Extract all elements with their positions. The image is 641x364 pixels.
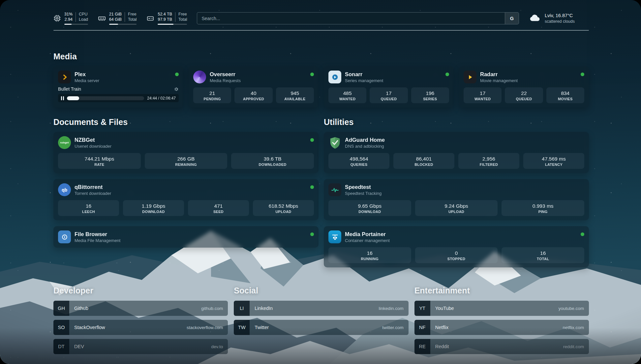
stat-label: PENDING: [195, 97, 230, 101]
disk-metric: 52.4 TB 97.9 TB Free Total: [146, 12, 187, 25]
ram-free-value: 21 GiB: [109, 12, 122, 17]
stat-label: QUEUED: [506, 97, 541, 101]
stat-label: LATENCY: [525, 163, 583, 167]
dashboard-screen: 31% 2.94 CPU Load: [0, 0, 641, 364]
weather-widget: Lviv, 16.87°C scattered clouds: [529, 13, 589, 24]
adguard-icon: [328, 136, 341, 149]
app-name: Speedtest: [345, 184, 584, 191]
stat-value: 17: [465, 90, 500, 96]
overseerr-card[interactable]: Overseerr Media Requests 21 PENDING 40 A…: [189, 66, 319, 107]
speedtest-card[interactable]: Speedtest Speedtest Tracking 9.65 Gbps D…: [324, 179, 589, 220]
radarr-card[interactable]: Radarr Movie management 17 WANTED 22 QUE…: [459, 66, 589, 107]
stat-value: 16: [59, 203, 118, 209]
stat-label: BLOCKED: [395, 163, 453, 167]
sonarr-card[interactable]: Sonarr Series management 485 WANTED 17 Q…: [324, 66, 454, 107]
section-title-social: Social: [234, 286, 408, 295]
app-desc: DNS and adblocking: [345, 143, 584, 149]
plex-icon: [58, 71, 71, 83]
bookmark-name: Reddit: [435, 339, 449, 354]
bookmark-name: Netflix: [435, 320, 448, 335]
stat-value: 266 GB: [146, 156, 226, 162]
bookmark-url: youtube.com: [559, 301, 584, 316]
entertainment-bookmarks: Entertainment YT YouTube youtube.com NF …: [414, 286, 589, 358]
stat-box: 17 QUEUED: [370, 87, 408, 103]
ram-icon: [98, 15, 106, 22]
stat-box: 0 STOPPED: [415, 247, 498, 263]
status-online-dot: [310, 73, 314, 76]
bookmark-youtube[interactable]: YT YouTube youtube.com: [414, 301, 589, 316]
stat-box: 266 GB REMAINING: [145, 153, 228, 169]
bookmark-dev[interactable]: DT DEV dev.to: [53, 339, 228, 354]
stat-label: UPLOAD: [254, 210, 313, 214]
stat-value: 485: [330, 90, 365, 96]
adguard-card[interactable]: AdGuard Home DNS and adblocking 498,564 …: [324, 132, 589, 173]
stat-value: 17: [371, 90, 406, 96]
weather-location: Lviv, 16.87°C: [545, 13, 575, 19]
stat-box: 744.21 Mbps RATE: [58, 153, 141, 169]
metric-divider: [175, 12, 175, 22]
bookmark-stackoverflow[interactable]: SO StackOverflow stackoverflow.com: [53, 320, 228, 335]
cpu-progress-bar: [64, 24, 88, 25]
plex-card[interactable]: Plex Media server Bullet Train 24:44 / 0…: [53, 66, 183, 107]
nzbget-card[interactable]: nzbget NZBGet Usenet downloader 744.21 M…: [53, 132, 319, 173]
stat-label: SERIES: [412, 97, 448, 101]
system-metrics: 31% 2.94 CPU Load: [53, 12, 187, 25]
bookmark-tag: RE: [414, 339, 430, 354]
stat-box: 0.993 ms PING: [502, 200, 584, 216]
status-online-dot: [310, 138, 314, 142]
status-online-dot: [310, 185, 314, 189]
app-name: Plex: [75, 71, 171, 78]
bookmark-linkedin[interactable]: LI LinkedIn linkedin.com: [234, 301, 408, 316]
metric-divider: [76, 12, 76, 22]
bookmark-netflix[interactable]: NF Netflix netflix.com: [414, 320, 589, 335]
stat-value: 0: [416, 250, 497, 256]
status-online-dot: [581, 232, 584, 236]
stat-label: DOWNLOADED: [232, 163, 313, 167]
app-name: Radarr: [480, 71, 577, 78]
stat-box: 1.19 Gbps DOWNLOAD: [123, 200, 184, 216]
section-title-entertainment: Entertainment: [414, 286, 589, 295]
stat-value: 22: [506, 90, 541, 96]
gear-icon[interactable]: [174, 87, 179, 92]
qbittorrent-icon: qb: [58, 183, 71, 196]
status-online-dot: [310, 232, 314, 236]
app-desc: Series management: [345, 78, 442, 83]
pause-icon[interactable]: [61, 96, 64, 100]
app-desc: Media Requests: [210, 78, 307, 83]
stat-box: 47.569 ms LATENCY: [523, 153, 584, 169]
bookmark-name: DEV: [74, 339, 84, 354]
app-desc: Media File Management: [75, 238, 307, 243]
search-engine-button[interactable]: G: [505, 13, 519, 24]
stat-box: 17 WANTED: [464, 87, 502, 103]
bookmark-twitter[interactable]: TW Twitter twitter.com: [234, 320, 408, 335]
cpu-usage-label: CPU: [79, 12, 88, 17]
nzbget-icon: nzbget: [58, 136, 71, 149]
stat-box: 196 SERIES: [411, 87, 449, 103]
app-desc: Movie management: [480, 78, 577, 83]
ram-progress-bar: [109, 24, 137, 25]
section-title-developer: Developer: [53, 286, 228, 295]
qbittorrent-card[interactable]: qb qBittorrent Torrent downloader 16 LEE…: [53, 179, 319, 220]
stat-label: FILTERED: [460, 163, 518, 167]
section-title-utilities: Utilities: [324, 117, 589, 127]
disk-free-value: 52.4 TB: [158, 12, 172, 17]
portainer-icon: [328, 230, 341, 243]
disk-total-label: Total: [178, 17, 187, 22]
bookmark-github[interactable]: GH Github github.com: [53, 301, 228, 316]
app-desc: Torrent downloader: [75, 191, 307, 196]
stat-label: AVAILABLE: [277, 97, 313, 101]
stat-value: 945: [277, 90, 313, 96]
stat-box: 834 MOVIES: [546, 87, 584, 103]
ram-metric: 21 GiB 64 GiB Free Total: [98, 12, 137, 25]
bookmark-reddit[interactable]: RE Reddit reddit.com: [414, 339, 589, 354]
filebrowser-card[interactable]: File Browser Media File Management: [53, 226, 319, 248]
search-bar: G: [197, 12, 519, 24]
ram-free-label: Free: [128, 12, 137, 17]
search-input[interactable]: [197, 13, 505, 24]
bookmark-name: LinkedIn: [255, 301, 273, 316]
stat-label: PING: [503, 210, 583, 214]
stat-label: LEECH: [59, 210, 118, 214]
stat-label: QUERIES: [330, 163, 388, 167]
stat-box: 9.65 Gbps DOWNLOAD: [328, 200, 411, 216]
portainer-card[interactable]: Media Portainer Container management 16 …: [324, 226, 589, 267]
